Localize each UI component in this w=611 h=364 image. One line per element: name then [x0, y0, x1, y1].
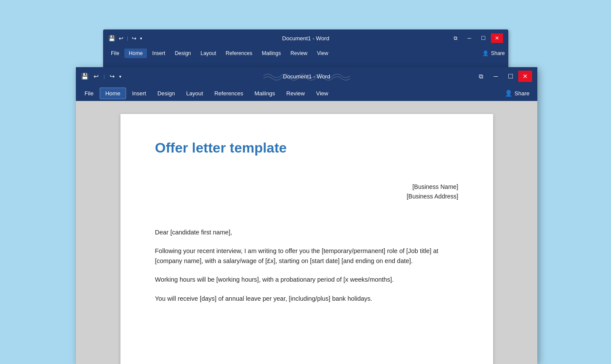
para-leave: You will receive [days] of annual leave … — [155, 294, 458, 304]
bg-menu-mailings[interactable]: Mailings — [257, 49, 285, 58]
bg-redo-icon[interactable]: ↪ — [132, 35, 136, 42]
bg-close-btn[interactable]: ✕ — [491, 33, 503, 43]
bg-menu-layout[interactable]: Layout — [196, 49, 221, 58]
bg-maximize-btn[interactable]: ☐ — [477, 33, 489, 43]
main-maximize-btn[interactable]: ☐ — [504, 71, 517, 82]
close-icon: ✕ — [523, 73, 528, 80]
document-title: Offer letter template — [155, 140, 458, 156]
bg-menu-home[interactable]: Home — [124, 49, 147, 58]
main-restore-btn[interactable]: ⧉ — [474, 71, 488, 82]
bg-menu-design[interactable]: Design — [170, 49, 195, 58]
save-icon[interactable]: 💾 — [81, 73, 88, 80]
main-window: 💾 ↩ | ↪ ▾ Document1 - Word ⧉ ─ ☐ ✕ — [76, 67, 537, 364]
menu-file[interactable]: File — [79, 88, 99, 99]
restore-icon: ⧉ — [479, 73, 483, 80]
main-titlebar: 💾 ↩ | ↪ ▾ Document1 - Word ⧉ ─ ☐ ✕ — [76, 67, 537, 85]
bg-menu-references[interactable]: References — [221, 49, 257, 58]
document-address: [Business Name] [Business Address] — [155, 182, 458, 202]
main-window-title: Document1 - Word — [283, 73, 330, 80]
document-area[interactable]: Offer letter template [Business Name] [B… — [76, 101, 537, 364]
bg-undo-icon[interactable]: ↩ — [119, 35, 124, 42]
undo-icon[interactable]: ↩ — [94, 73, 99, 80]
bg-dropdown-icon[interactable]: ▾ — [140, 36, 142, 41]
document-body: Dear [candidate first name], Following y… — [155, 228, 458, 304]
menu-view[interactable]: View — [311, 88, 333, 99]
menu-layout[interactable]: Layout — [181, 88, 208, 99]
bg-menu-review[interactable]: Review — [286, 49, 312, 58]
bg-restore-btn[interactable]: ⧉ — [449, 33, 462, 43]
redo-icon[interactable]: ↪ — [110, 73, 115, 80]
share-person-icon: 👤 — [505, 90, 512, 97]
para-intro: Following your recent interview, I am wr… — [155, 246, 458, 266]
bg-titlebar-left: 💾 ↩ | ↪ ▾ — [108, 35, 142, 42]
menu-review[interactable]: Review — [281, 88, 310, 99]
business-name: [Business Name] — [155, 182, 458, 192]
maximize-icon: ☐ — [508, 73, 514, 80]
bg-save-icon[interactable]: 💾 — [108, 35, 115, 42]
bg-share-btn[interactable]: 👤 Share — [482, 50, 505, 56]
menu-mailings[interactable]: Mailings — [249, 88, 280, 99]
main-titlebar-left: 💾 ↩ | ↪ ▾ — [81, 73, 121, 80]
bg-minimize-btn[interactable]: ─ — [463, 33, 475, 43]
bg-window-controls: ⧉ ─ ☐ ✕ — [449, 33, 503, 43]
bg-menu-bar: File Home Insert Design Layout Reference… — [103, 47, 508, 60]
main-close-btn[interactable]: ✕ — [518, 71, 532, 82]
menu-design[interactable]: Design — [152, 88, 180, 99]
bg-menu-file[interactable]: File — [107, 49, 124, 58]
menu-references[interactable]: References — [209, 88, 248, 99]
share-label: Share — [514, 90, 530, 97]
business-address: [Business Address] — [155, 192, 458, 201]
bg-menu-view[interactable]: View — [313, 49, 333, 58]
main-window-controls: ⧉ ─ ☐ ✕ — [474, 71, 532, 82]
bg-share-icon: 👤 — [482, 50, 489, 56]
bg-window-title: Document1 - Word — [282, 35, 329, 42]
share-button[interactable]: 👤 Share — [500, 88, 534, 98]
minimize-icon: ─ — [494, 73, 498, 80]
para-greeting: Dear [candidate first name], — [155, 228, 458, 237]
document-page: Offer letter template [Business Name] [B… — [120, 114, 493, 364]
bg-share-label: Share — [491, 50, 505, 56]
background-window: 💾 ↩ | ↪ ▾ Document1 - Word ⧉ ─ ☐ ✕ File … — [103, 29, 508, 68]
main-minimize-btn[interactable]: ─ — [489, 71, 503, 82]
bg-sep: | — [127, 36, 128, 41]
main-menu-bar: File Home Insert Design Layout Reference… — [76, 85, 537, 101]
menu-insert[interactable]: Insert — [127, 88, 152, 99]
menu-home[interactable]: Home — [100, 88, 126, 99]
bg-menu-insert[interactable]: Insert — [148, 49, 169, 58]
sep1: | — [104, 74, 105, 79]
bg-titlebar: 💾 ↩ | ↪ ▾ Document1 - Word ⧉ ─ ☐ ✕ — [103, 29, 508, 47]
dropdown-icon[interactable]: ▾ — [119, 74, 121, 79]
para-hours: Working hours will be [working hours], w… — [155, 275, 458, 285]
